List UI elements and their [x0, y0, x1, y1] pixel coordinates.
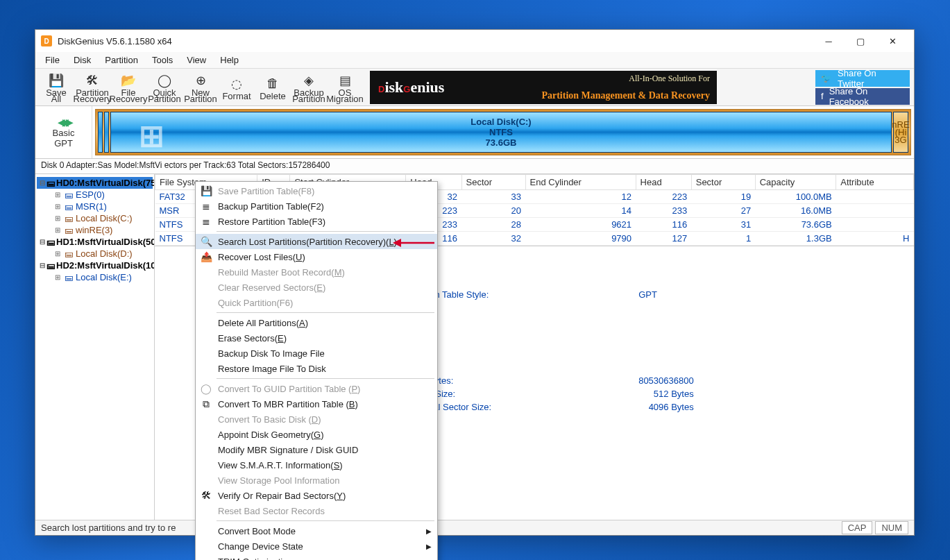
ctx-item[interactable]: Backup Disk To Image File [196, 346, 437, 361]
tree-twisty-icon[interactable]: ⊟ [40, 179, 45, 187]
tree-twisty-icon[interactable]: ⊞ [53, 191, 62, 198]
ctx-item: View Storage Pool Information [196, 473, 437, 488]
tree-twisty-icon[interactable]: ⊞ [53, 250, 62, 257]
ctx-item-icon: 🔍 [200, 236, 212, 247]
partition-c[interactable]: ⊞ Local Disk(C:) NTFS 73.6GB [110, 112, 892, 153]
tree-node[interactable]: ⊞🖴Local Disk(C:) [37, 212, 153, 224]
menu-separator [217, 378, 434, 379]
osmig-icon: ▤ [337, 72, 353, 89]
menu-tools[interactable]: Tools [145, 53, 180, 67]
tree-node[interactable]: ⊞🖴Local Disk(D:) [37, 248, 153, 260]
menu-view[interactable]: View [180, 53, 213, 67]
ctx-item[interactable]: TRIM Optimization [196, 554, 437, 560]
grid-header[interactable]: Sector [691, 175, 755, 190]
disk-icon: 🖴 [46, 178, 55, 188]
ctx-item[interactable]: View S.M.A.R.T. Information(S) [196, 457, 437, 473]
grid-header[interactable]: Head [636, 175, 691, 190]
twitter-icon: 🐦 [821, 73, 832, 83]
ctx-item[interactable]: 📤Recover Lost Files(U) [196, 249, 437, 264]
partition-track: ⊞ Local Disk(C:) NTFS 73.6GB nRE (Hi 3G [95, 109, 911, 155]
grid-header[interactable]: Sector [461, 175, 525, 190]
ctx-item[interactable]: Change Device State▶ [196, 538, 437, 554]
ctx-item[interactable]: Delete All Partitions(A) [196, 315, 437, 330]
toolbar-backuppart[interactable]: ◈BackupPartition [291, 70, 327, 105]
grid-header[interactable]: Attribute [836, 175, 914, 190]
close-button[interactable]: ✕ [876, 30, 908, 52]
ctx-item[interactable]: ⧉Convert To MBR Partition Table (B) [196, 396, 437, 411]
ctx-item-icon: ◯ [200, 383, 212, 394]
menu-file[interactable]: File [38, 53, 67, 67]
share-twitter-button[interactable]: 🐦Share On Twitter [815, 70, 910, 87]
ctx-item-icon: ≣ [200, 201, 212, 212]
disk-tree[interactable]: ⊟🖴HD0:MsftVirtualDisk(75⊞🖴ESP(0)⊞🖴MSR(1)… [35, 174, 155, 520]
grid-header[interactable]: End Cylinder [525, 175, 636, 190]
tree-twisty-icon[interactable]: ⊞ [53, 203, 62, 210]
partition-esp[interactable] [98, 112, 103, 153]
tree-node[interactable]: ⊞🖴Local Disk(E:) [37, 271, 153, 283]
tree-node[interactable]: ⊞🖴ESP(0) [37, 189, 153, 201]
tree-node[interactable]: ⊟🖴HD0:MsftVirtualDisk(75 [37, 177, 153, 189]
ctx-item[interactable]: Modify MBR Signature / Disk GUID [196, 442, 437, 457]
ctx-item: 💾Save Partition Table(F8) [196, 183, 437, 198]
ctx-item: Reset Bad Sector Records [196, 503, 437, 518]
ctx-item[interactable]: Convert Boot Mode▶ [196, 523, 437, 538]
banner-sub2: Partition Management & Data Recovery [541, 90, 710, 101]
tree-twisty-icon[interactable]: ⊟ [40, 238, 45, 246]
ctx-item[interactable]: Erase Sectors(E) [196, 330, 437, 346]
newpart-icon: ⊕ [192, 72, 209, 89]
banner[interactable]: DiskGenius All-In-One Solution For Parti… [370, 71, 717, 104]
menu-separator [217, 520, 434, 521]
ctx-item: Clear Reserved Sectors(E) [196, 280, 437, 295]
tree-node[interactable]: ⊞🖴winRE(3) [37, 224, 153, 236]
toolbar-osmig[interactable]: ▤OSMigration [327, 70, 363, 105]
app-window: D DiskGenius V5.6.1.1580 x64 ─ ▢ ✕ FileD… [35, 29, 915, 536]
banner-title: DiskGenius [378, 78, 444, 96]
ctx-item[interactable]: ≣Backup Partition Table(F2) [196, 198, 437, 214]
toolbar-filerecov[interactable]: 📂FileRecovery [110, 70, 146, 105]
app-icon: D [41, 35, 52, 46]
ctx-item[interactable]: Appoint Disk Geometry(G) [196, 427, 437, 442]
ctx-item: Rebuild Master Boot Record(M) [196, 264, 437, 280]
menubar: FileDiskPartitionToolsViewHelp [35, 52, 914, 69]
share-facebook-button[interactable]: fShare On Facebook [815, 88, 910, 105]
toolbar-format[interactable]: ◌Format [219, 70, 255, 105]
ctx-item[interactable]: ≣Restore Partition Table(F3) [196, 214, 437, 229]
menu-help[interactable]: Help [213, 53, 246, 67]
ctx-item-icon: 📤 [200, 251, 212, 262]
tree-twisty-icon[interactable]: ⊞ [53, 214, 62, 222]
toolbar-saveall[interactable]: 💾SaveAll [38, 70, 74, 105]
tree-node[interactable]: ⊞🖴MSR(1) [37, 201, 153, 212]
status-num: NUM [875, 521, 908, 534]
ctx-item[interactable]: 🛠Verify Or Repair Bad Sectors(Y) [196, 488, 437, 503]
minimize-button[interactable]: ─ [813, 30, 845, 52]
menu-disk[interactable]: Disk [67, 53, 98, 67]
status-text: Search lost partitions and try to re [41, 523, 176, 533]
tree-twisty-icon[interactable]: ⊞ [53, 226, 62, 234]
toolbar-delete[interactable]: 🗑Delete [255, 70, 291, 105]
toolbar-newpart[interactable]: ⊕NewPartition [183, 70, 219, 105]
toolbar-partrecov[interactable]: 🛠PartitionRecovery [74, 70, 110, 105]
tree-node[interactable]: ⊟🖴HD1:MsftVirtualDisk(50 [37, 236, 153, 248]
ctx-item: Quick Partition(F6) [196, 295, 437, 310]
disk-nav[interactable]: ◀◀ ▶▶ Basic GPT [35, 106, 92, 158]
toolbar-quickpart[interactable]: ◯QuickPartition [146, 70, 183, 105]
grid-header[interactable]: Capacity [755, 175, 836, 190]
saveall-icon: 💾 [48, 72, 65, 89]
disk-scheme-label: GPT [54, 138, 73, 149]
ctx-item: Convert To Basic Disk (D) [196, 411, 437, 427]
facebook-icon: f [821, 91, 824, 101]
maximize-button[interactable]: ▢ [845, 30, 876, 52]
partition-winre[interactable]: nRE (Hi 3G [893, 112, 908, 153]
tree-node[interactable]: ⊟🖴HD2:MsftVirtualDisk(10 [37, 260, 153, 271]
submenu-arrow-icon: ▶ [426, 527, 432, 535]
svg-marker-1 [393, 239, 401, 247]
menu-separator [217, 231, 434, 232]
partition-c-size: 73.6GB [486, 137, 517, 148]
tree-twisty-icon[interactable]: ⊞ [53, 273, 62, 281]
partition-c-fs: NTFS [489, 127, 513, 137]
status-cap: CAP [842, 521, 873, 534]
ctx-item[interactable]: Restore Image File To Disk [196, 361, 437, 376]
tree-twisty-icon[interactable]: ⊟ [40, 262, 45, 269]
partition-msr[interactable] [104, 112, 109, 153]
menu-partition[interactable]: Partition [98, 53, 145, 67]
